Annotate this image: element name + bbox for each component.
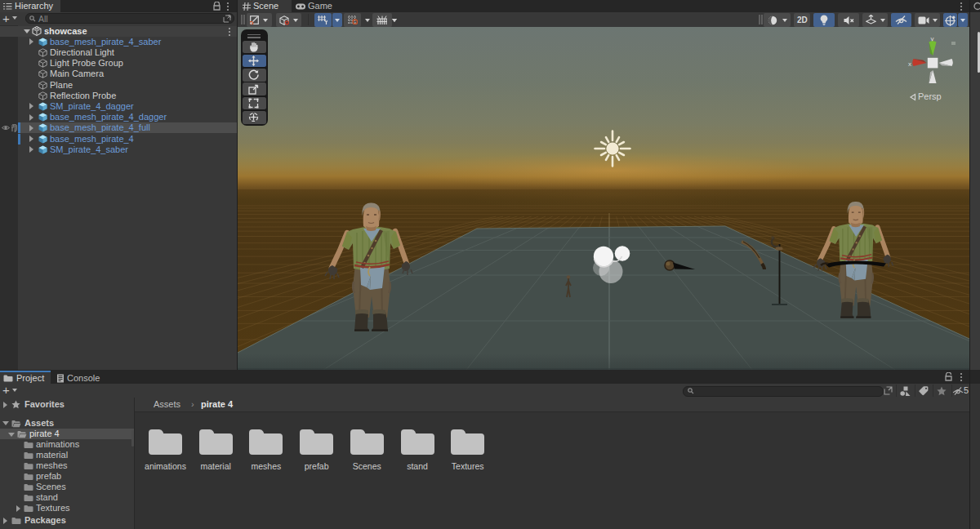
- svg-text:x: x: [908, 60, 911, 68]
- svg-text:y: y: [931, 35, 934, 42]
